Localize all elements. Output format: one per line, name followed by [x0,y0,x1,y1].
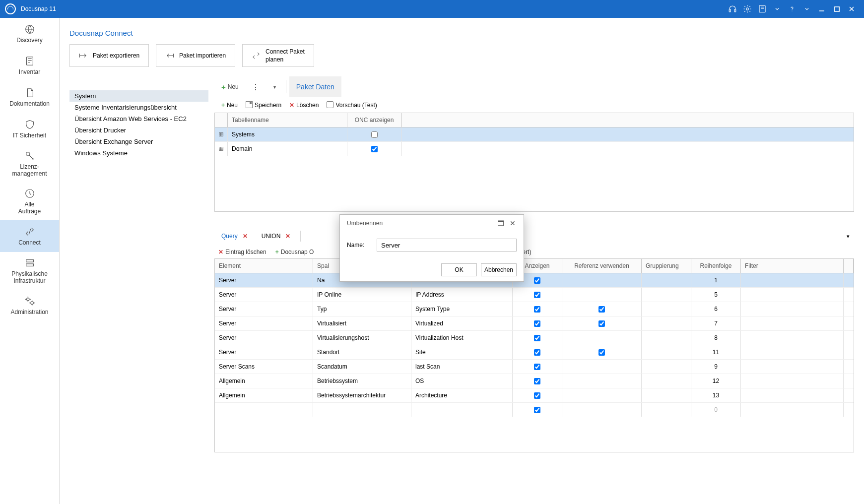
plan-package-button[interactable]: Connect Paketplanen [242,44,314,67]
tb-new[interactable]: +Neu [221,102,238,109]
nav-phys[interactable]: Physikalische Infrastruktur [0,252,59,290]
table-row[interactable]: ServerNa1 [215,273,854,288]
nav-admin[interactable]: Administration [0,290,59,321]
show-checkbox[interactable] [534,378,540,384]
tabs-overflow-button[interactable]: ▾ [842,233,854,240]
package-item[interactable]: Übersicht Exchange Server [69,136,208,147]
new-button[interactable]: +Neu [214,76,246,97]
save-icon [246,101,253,108]
show-checkbox[interactable] [534,292,540,298]
tb-delete[interactable]: ✕Löschen [289,102,319,109]
nav-it-sicherheit[interactable]: IT Sicherheit [0,113,59,145]
window-close-button[interactable] [844,0,859,18]
col-reihenfolge[interactable]: Reihenfolge [691,259,741,273]
name-input[interactable] [377,239,517,252]
col-element[interactable]: Element [215,259,313,273]
dialog-maximize-icon[interactable]: 🗖 [495,217,507,229]
help-icon[interactable] [785,0,799,18]
query-tabstrip: Query✕ UNION✕ ▾ [214,227,854,246]
table-row[interactable]: ServerTypSystem Type6 [215,302,854,316]
close-tab-icon[interactable]: ✕ [243,233,248,240]
svg-rect-3 [759,5,765,12]
table-row[interactable]: ServerStandortSite11 [215,345,854,360]
svg-rect-5 [834,6,839,11]
rename-dialog: Umbenennen 🗖 ✕ Name: OK Abbrechen [339,214,524,282]
package-item[interactable]: System [69,90,208,102]
nav-dokumentation[interactable]: Dokumentation [0,81,59,113]
table-icon [215,142,228,156]
export-package-label: Paket exportieren [93,52,139,59]
table-icon [215,127,228,141]
qt-docusnap[interactable]: +Docusnap O [275,249,314,255]
tab-paket-daten[interactable]: Paket Daten [289,76,341,97]
tools-dropdown-icon[interactable] [770,0,785,18]
show-checkbox[interactable] [534,335,540,341]
show-checkbox[interactable] [534,306,540,313]
col-tabellenname[interactable]: Tabellenname [228,113,347,127]
col-gruppierung[interactable]: Gruppierung [642,259,691,273]
dialog-title: Umbenennen [347,220,383,227]
col-referenz[interactable]: Referenz verwenden [562,259,642,273]
tb-preview[interactable]: Vorschau (Test) [327,101,377,109]
show-checkbox[interactable] [534,407,540,413]
tab-union[interactable]: UNION✕ [255,229,298,244]
show-checkbox[interactable] [534,320,540,327]
ok-button[interactable]: OK [441,263,477,276]
help-dropdown-icon[interactable] [799,0,814,18]
table-row[interactable]: Server ScansScandatumlast Scan9 [215,360,854,374]
window-minimize-button[interactable] [814,0,829,18]
ref-checkbox[interactable] [598,306,605,313]
package-item[interactable]: Übersicht Amazon Web Services - EC2 [69,113,208,125]
table-row[interactable]: 0 [215,403,854,417]
col-filter[interactable]: Filter [741,259,844,273]
svg-rect-7 [26,57,33,65]
[interactable]: Abbrechen [481,263,517,276]
tab-query[interactable]: Query✕ [214,229,255,244]
svg-rect-10 [26,260,33,262]
ref-checkbox[interactable] [598,320,605,327]
import-package-button[interactable]: Paket importieren [156,44,235,67]
tools-icon[interactable] [755,0,770,18]
show-checkbox[interactable] [534,349,540,356]
package-item[interactable]: Windows Systeme [69,147,208,159]
window-maximize-button[interactable] [829,0,844,18]
table-row[interactable]: ServerIP OnlineIP Address5 [215,288,854,302]
headset-icon[interactable] [725,0,740,18]
table-row[interactable]: AllgemeinBetriebssystemarchitekturArchit… [215,388,854,403]
svg-rect-11 [26,264,33,266]
svg-rect-1 [734,9,736,12]
table-row[interactable]: Domain [215,142,854,156]
ref-checkbox[interactable] [598,349,605,356]
package-item[interactable]: Übersicht Drucker [69,125,208,136]
show-checkbox[interactable] [534,392,540,399]
more-menu-button[interactable]: ⋮ [249,76,264,97]
close-tab-icon[interactable]: ✕ [285,233,290,240]
query-fields-grid: Element Spal Anzeigen Referenz verwenden… [214,258,854,452]
plan-package-label: Connect Paketplanen [266,48,305,63]
nav-lizenz[interactable]: Lizenz- management [0,145,59,183]
show-checkbox[interactable] [534,277,540,284]
dropdown-caret-icon[interactable]: ▾ [266,76,283,97]
package-item[interactable]: Systeme Inventarisierungsübersicht [69,102,208,113]
table-row[interactable]: ServerVirtualisierungshostVirtualization… [215,331,854,345]
show-checkbox[interactable] [534,364,540,370]
tb-save[interactable]: Speichern [246,101,281,109]
breadcrumb: Docusnap Connect [69,29,854,37]
settings-gear-icon[interactable] [740,0,755,18]
cell-name: Domain [228,142,347,156]
table-row[interactable]: ServerVirtualisiertVirtualized7 [215,316,854,331]
export-package-button[interactable]: Paket exportieren [69,44,149,67]
top-tabstrip: +Neu ⋮ ▾ Paket Daten [214,76,854,97]
table-toolbar: +Neu Speichern ✕Löschen Vorschau (Test) [214,97,854,113]
qt-delete[interactable]: ✕Eintrag löschen [218,249,266,255]
nav-connect[interactable]: Connect [0,220,59,252]
table-row[interactable]: Systems [215,127,854,142]
nav-inventar[interactable]: Inventar [0,50,59,81]
cell-onc[interactable] [347,127,402,141]
nav-auftraege[interactable]: Alle Aufträge [0,183,59,220]
table-row[interactable]: AllgemeinBetriebssystemOS12 [215,374,854,388]
dialog-close-icon[interactable]: ✕ [507,217,519,229]
col-onc[interactable]: ONC anzeigen [347,113,402,127]
nav-discovery[interactable]: Discovery [0,18,59,50]
cell-onc[interactable] [347,142,402,156]
